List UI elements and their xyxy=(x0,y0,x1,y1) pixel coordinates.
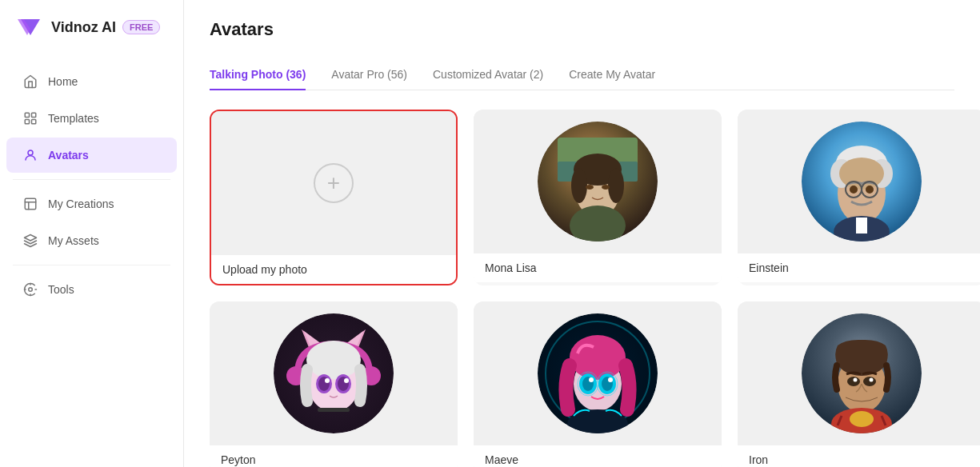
nav-divider xyxy=(13,179,170,180)
svg-rect-36 xyxy=(856,218,867,234)
avatars-icon xyxy=(22,147,38,163)
svg-point-51 xyxy=(344,378,349,383)
svg-rect-2 xyxy=(25,120,29,124)
sidebar-item-my-creations[interactable]: My Creations xyxy=(6,186,177,222)
upload-label: Upload my photo xyxy=(211,255,456,284)
home-icon xyxy=(22,74,38,90)
my-creations-icon xyxy=(22,196,38,212)
sidebar: Vidnoz AI FREE Home Te xyxy=(0,0,184,467)
maeve-label: Maeve xyxy=(474,445,722,467)
mona-lisa-image-area xyxy=(474,110,722,253)
svg-point-21 xyxy=(586,185,594,190)
einstein-label: Einstein xyxy=(738,253,980,282)
upload-plus-icon: + xyxy=(314,163,354,203)
avatar-card-maeve[interactable]: Maeve xyxy=(474,301,722,467)
my-assets-icon xyxy=(22,233,38,249)
svg-point-9 xyxy=(29,288,33,292)
svg-point-69 xyxy=(847,377,860,386)
svg-point-71 xyxy=(854,378,858,382)
svg-point-22 xyxy=(602,185,610,190)
peyton-circle xyxy=(274,313,394,433)
einstein-svg xyxy=(802,122,922,241)
mona-lisa-svg xyxy=(538,122,658,241)
brand-name: Vidnoz AI xyxy=(51,19,116,36)
peyton-label: Peyton xyxy=(210,445,458,467)
sidebar-item-my-assets[interactable]: My Assets xyxy=(6,223,177,258)
tab-customized-avatar[interactable]: Customized Avatar (2) xyxy=(433,60,543,90)
page-title: Avatars xyxy=(210,19,954,40)
svg-point-62 xyxy=(608,377,613,382)
vidnoz-logo-icon xyxy=(16,13,45,42)
svg-rect-52 xyxy=(318,408,350,412)
svg-point-70 xyxy=(863,377,876,386)
einstein-image-area xyxy=(738,110,980,253)
maeve-image-area xyxy=(474,301,722,445)
svg-point-72 xyxy=(870,378,874,382)
avatar-card-iron[interactable]: Iron xyxy=(738,301,980,467)
svg-rect-3 xyxy=(32,120,36,124)
nav-divider-2 xyxy=(13,265,170,265)
avatar-grid: + Upload my photo xyxy=(210,110,954,467)
maeve-svg xyxy=(538,313,658,433)
svg-point-74 xyxy=(850,411,874,427)
svg-rect-5 xyxy=(25,198,36,210)
iron-circle xyxy=(802,313,922,433)
sidebar-item-tools[interactable]: Tools xyxy=(6,272,177,307)
peyton-svg xyxy=(274,313,394,433)
sidebar-label-templates: Templates xyxy=(48,112,99,125)
brand-badge: FREE xyxy=(122,20,160,34)
svg-marker-8 xyxy=(25,235,37,241)
svg-rect-1 xyxy=(32,113,36,117)
logo-area: Vidnoz AI FREE xyxy=(0,0,183,54)
sidebar-label-home: Home xyxy=(48,75,78,88)
peyton-image-area xyxy=(210,301,458,445)
iron-svg xyxy=(802,313,922,433)
avatar-card-peyton[interactable]: Peyton xyxy=(210,301,458,467)
svg-rect-0 xyxy=(25,113,29,117)
mona-lisa-label: Mona Lisa xyxy=(474,253,722,282)
sidebar-item-home[interactable]: Home xyxy=(6,64,177,99)
tab-avatar-pro[interactable]: Avatar Pro (56) xyxy=(331,60,407,90)
svg-point-19 xyxy=(571,168,587,203)
sidebar-label-avatars: Avatars xyxy=(48,149,89,162)
avatar-upload-card[interactable]: + Upload my photo xyxy=(210,110,458,285)
templates-icon xyxy=(22,110,38,126)
tools-icon xyxy=(22,281,38,297)
svg-point-45 xyxy=(306,341,361,379)
svg-point-56 xyxy=(570,335,626,380)
nav-list: Home Templates Avatars xyxy=(0,54,183,317)
svg-point-61 xyxy=(589,377,594,382)
avatar-card-einstein[interactable]: Einstein xyxy=(738,110,980,285)
upload-image-area: + xyxy=(211,111,456,255)
iron-label: Iron xyxy=(738,445,980,467)
svg-point-50 xyxy=(325,378,330,383)
sidebar-label-my-creations: My Creations xyxy=(48,198,114,210)
mona-lisa-circle xyxy=(538,122,658,241)
maeve-circle xyxy=(538,313,658,433)
iron-image-area xyxy=(738,301,980,445)
tabs-bar: Talking Photo (36) Avatar Pro (56) Custo… xyxy=(210,59,954,90)
tab-create-my-avatar[interactable]: Create My Avatar xyxy=(569,60,655,90)
svg-point-32 xyxy=(850,186,858,194)
svg-point-20 xyxy=(608,168,624,203)
tab-talking-photo[interactable]: Talking Photo (36) xyxy=(210,60,306,90)
sidebar-label-my-assets: My Assets xyxy=(48,234,99,247)
avatar-card-mona-lisa[interactable]: Mona Lisa xyxy=(474,110,722,285)
einstein-circle xyxy=(802,122,922,241)
main-content: Avatars Talking Photo (36) Avatar Pro (5… xyxy=(184,0,980,467)
sidebar-item-avatars[interactable]: Avatars xyxy=(6,138,177,173)
sidebar-item-templates[interactable]: Templates xyxy=(6,101,177,136)
svg-point-4 xyxy=(28,150,33,155)
svg-point-33 xyxy=(866,186,874,194)
sidebar-label-tools: Tools xyxy=(48,283,74,296)
